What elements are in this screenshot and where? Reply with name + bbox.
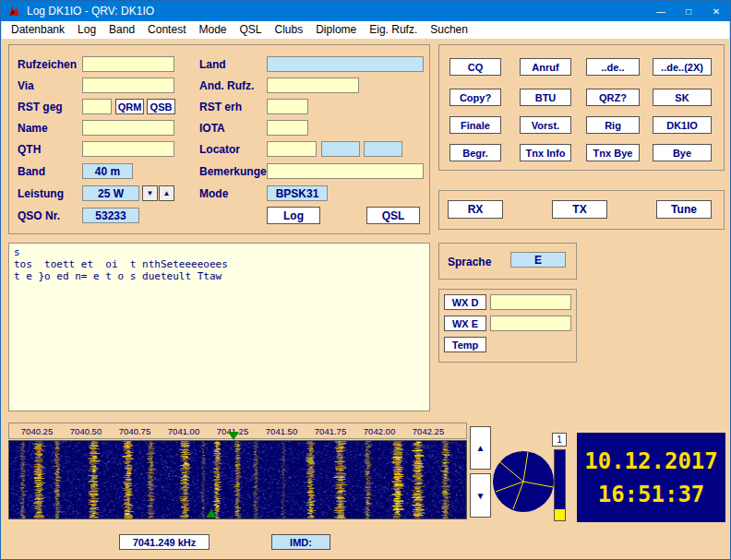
bemerkungen-input[interactable] [267, 163, 424, 179]
qso-nr-value: 53233 [82, 208, 139, 223]
phase-scope [492, 450, 555, 513]
temp-button[interactable]: Temp [444, 337, 486, 352]
wx-e-input[interactable] [490, 316, 571, 331]
locator-field-3[interactable] [364, 141, 402, 157]
log-button[interactable]: Log [267, 207, 320, 224]
macro-button-dk1io[interactable]: DK1IO [653, 116, 712, 134]
menu-item-qsl[interactable]: QSL [234, 21, 269, 39]
clock-panel: 10.12.2017 16:51:37 [577, 433, 725, 522]
and-rufz-input[interactable] [267, 77, 359, 93]
menu-item-contest[interactable]: Contest [141, 21, 192, 39]
macro-button-bye[interactable]: Bye [653, 144, 712, 161]
macro-button-copy[interactable]: Copy? [449, 89, 501, 106]
rx-text-line: tos toett et oi t nthSeteeeeoees [14, 258, 425, 270]
menu-item-mode[interactable]: Mode [192, 21, 233, 39]
leistung-label: Leistung [18, 187, 64, 200]
locator-field-2[interactable] [321, 141, 360, 157]
qth-label: QTH [18, 143, 41, 156]
squelch-meter[interactable] [554, 449, 566, 521]
menu-item-diplome[interactable]: Diplome [309, 21, 363, 39]
rx-text-line: t e }o ed n= e t o s dueteult Ttaw [14, 270, 425, 282]
rst-erh-input[interactable] [267, 99, 308, 114]
titlebar[interactable]: Log DK1IO - QRV: DK1IO — □ ✕ [1, 1, 730, 21]
macro-button-btu[interactable]: BTU [520, 89, 571, 106]
macro-button-de[interactable]: ..de.. [586, 58, 640, 76]
sprache-value[interactable]: E [510, 252, 566, 268]
menubar: Datenbank Log Band Contest Mode QSL Club… [2, 21, 729, 39]
locator-label: Locator [199, 143, 240, 156]
macro-button-anruf[interactable]: Anruf [520, 58, 571, 76]
window-title: Log DK1IO - QRV: DK1IO [27, 5, 154, 18]
clock-date: 10.12.2017 [584, 450, 718, 472]
locator-input[interactable] [267, 141, 317, 157]
leistung-down-button[interactable]: ▼ [142, 185, 158, 201]
via-input[interactable] [82, 77, 174, 93]
rst-erh-label: RST erh [199, 101, 242, 113]
band-value[interactable]: 40 m [82, 163, 133, 179]
app-window: Log DK1IO - QRV: DK1IO — □ ✕ Datenbank L… [0, 0, 731, 560]
macro-button-finale[interactable]: Finale [449, 116, 501, 134]
mode-value[interactable]: BPSK31 [267, 185, 328, 201]
tune-button[interactable]: Tune [656, 200, 712, 219]
macro-button-qrz[interactable]: QRZ? [586, 89, 640, 106]
menu-item-suchen[interactable]: Suchen [424, 21, 474, 39]
rx-text-area[interactable]: s tos toett et oi t nthSeteeeeoees t e }… [8, 243, 430, 411]
freq-label: 7042.00 [357, 426, 401, 436]
wx-e-button[interactable]: WX E [444, 316, 486, 331]
maximize-button[interactable]: □ [675, 1, 702, 21]
and-rufz-label: And. Rufz. [199, 79, 254, 92]
app-icon [6, 4, 21, 18]
freq-label: 7042.25 [406, 426, 450, 436]
imd-readout: IMD: [271, 534, 330, 550]
rx-text-line: s [14, 246, 425, 258]
squelch-value: 1 [552, 433, 567, 447]
qso-nr-label: QSO Nr. [18, 209, 60, 222]
macro-button-cq[interactable]: CQ [449, 58, 501, 76]
qsl-button[interactable]: QSL [366, 207, 420, 224]
name-input[interactable] [82, 120, 174, 136]
rufzeichen-input[interactable] [82, 56, 174, 72]
close-button[interactable]: ✕ [702, 1, 730, 21]
macro-button-tnx-info[interactable]: Tnx Info [520, 144, 571, 161]
bemerkungen-label: Bemerkungen [199, 165, 273, 178]
tx-button[interactable]: TX [552, 200, 607, 219]
macro-button-de-2x[interactable]: ..de..(2X) [653, 58, 712, 76]
rx-tune-marker[interactable] [228, 432, 239, 440]
waterfall-canvas[interactable] [8, 440, 467, 519]
minimize-button[interactable]: — [647, 1, 675, 21]
freq-label: 7041.75 [308, 426, 353, 436]
freq-label: 7040.25 [15, 426, 59, 436]
menu-item-datenbank[interactable]: Datenbank [5, 21, 71, 39]
qth-input[interactable] [82, 141, 174, 157]
frequency-readout: 7041.249 kHz [119, 534, 210, 550]
sprache-label: Sprache [448, 256, 491, 268]
menu-item-band[interactable]: Band [102, 21, 141, 39]
scroll-down-button[interactable]: ▼ [470, 473, 491, 518]
macro-button-vorst[interactable]: Vorst. [520, 116, 571, 134]
scroll-up-button[interactable]: ▲ [470, 426, 491, 470]
freq-label: 7040.75 [113, 426, 157, 436]
rst-geg-label: RST geg [18, 101, 63, 113]
iota-input[interactable] [267, 120, 308, 136]
land-input[interactable] [267, 56, 424, 72]
macro-button-begr[interactable]: Begr. [449, 144, 501, 161]
menu-item-clubs[interactable]: Clubs [269, 21, 310, 39]
macro-button-tnx-bye[interactable]: Tnx Bye [586, 144, 640, 161]
freq-label: 7041.50 [259, 426, 304, 436]
macro-button-sk[interactable]: SK [653, 89, 712, 106]
wx-d-button[interactable]: WX D [444, 294, 486, 310]
menu-item-log[interactable]: Log [71, 21, 102, 39]
freq-label: 7041.00 [162, 426, 206, 436]
menu-item-eig-rufz[interactable]: Eig. Rufz. [363, 21, 424, 39]
freq-label: 7040.50 [64, 426, 108, 436]
rst-geg-input[interactable] [82, 99, 112, 114]
leistung-value[interactable]: 25 W [82, 185, 139, 201]
land-label: Land [199, 58, 226, 71]
qrm-button[interactable]: QRM [115, 99, 144, 114]
qsb-button[interactable]: QSB [147, 99, 175, 114]
tx-tune-marker[interactable] [206, 509, 217, 518]
rx-button[interactable]: RX [448, 200, 503, 219]
macro-button-rig[interactable]: Rig [586, 116, 640, 134]
leistung-up-button[interactable]: ▲ [159, 185, 174, 201]
wx-d-input[interactable] [490, 294, 571, 310]
